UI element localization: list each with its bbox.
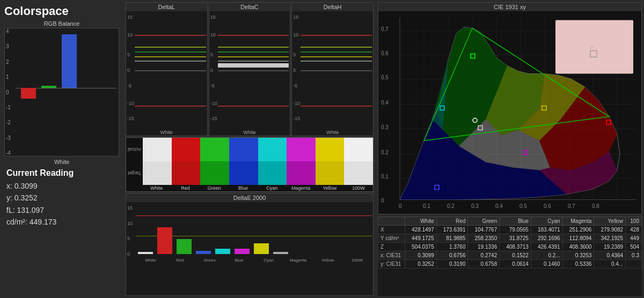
col-header-green: Green <box>468 217 500 226</box>
swatch-label-white: White <box>142 185 171 191</box>
svg-text:○: ○ <box>590 44 593 50</box>
bar-red <box>157 227 172 254</box>
col-header-100: 100 <box>626 217 642 226</box>
svg-text:0.3: 0.3 <box>381 124 389 130</box>
delta-L-chart: DeltaL 15 10 5 0 -5 -10 -15 <box>126 2 208 136</box>
swatch-label-cyan: Cyan <box>258 185 287 191</box>
swatch-label-blue: Blue <box>229 185 258 191</box>
rgb-bars-area <box>16 31 116 145</box>
swatch-actual-red <box>172 138 201 161</box>
bar-cyan <box>215 249 230 254</box>
svg-text:0: 0 <box>381 198 384 204</box>
swatch-target-magenta <box>287 161 316 185</box>
fL-value: fL: 131.097 <box>6 204 117 216</box>
delta-C-chart: DeltaC 15 10 5 0 -5 -10 -15 <box>209 2 291 136</box>
swatch-target-blue <box>229 161 258 185</box>
swatch-target-red <box>172 161 201 185</box>
swatch-label-red: Red <box>171 185 200 191</box>
deltae-x-labels: White Red Green Blue Cyan Magenta Yellow… <box>136 258 372 263</box>
swatch-target-100w <box>344 161 373 185</box>
swatch-target-white <box>143 161 172 185</box>
svg-text:0.5: 0.5 <box>381 74 389 80</box>
deltaH-title: DeltaH <box>292 3 373 11</box>
col-header-cyan: Cyan <box>531 217 562 226</box>
deltae-chart: DeltaE 2000 15 10 5 0 <box>126 193 374 296</box>
swatch-label-magenta: Magenta <box>287 185 316 191</box>
swatch-target-yellow <box>316 161 345 185</box>
colorspace-title: Colorspace <box>4 4 119 18</box>
rgb-chart-area: 4 3 2 1 0 -1 -2 -3 -4 <box>4 28 119 157</box>
col-header-magenta: Magenta <box>562 217 594 226</box>
delta-charts-row: DeltaL 15 10 5 0 -5 -10 -15 <box>126 2 374 136</box>
swatch-actual-white <box>143 138 172 161</box>
deltae-limit-line <box>136 215 372 216</box>
blue-bar <box>62 34 77 88</box>
col-header-yellow: Yellow <box>594 217 626 226</box>
svg-text:0.4: 0.4 <box>495 203 503 209</box>
swatch-label-yellow: Yellow <box>316 185 345 191</box>
target-label: Target <box>126 169 143 177</box>
bar-magenta <box>235 249 250 254</box>
cie-svg: 0 0.1 0.2 0.3 0.4 0.5 0.6 0.7 0 0.1 0.2 … <box>378 11 641 214</box>
svg-text:0.4: 0.4 <box>381 100 389 106</box>
x-value: x: 0.3099 <box>6 180 117 192</box>
swatch-actual-blue <box>229 138 258 161</box>
rgb-balance-label: RGB Balance <box>4 20 119 27</box>
middle-panel: DeltaL 15 10 5 0 -5 -10 -15 <box>123 0 376 298</box>
svg-text:0.8: 0.8 <box>592 203 599 209</box>
red-bar <box>21 88 36 99</box>
table-row: y: CIE31 0.3252 0.3190 0.6758 0.0614 0.1… <box>378 260 642 269</box>
swatch-grid: Actual Target <box>126 137 374 192</box>
delta-H-chart: DeltaH 15 10 5 0 -5 -10 -15 <box>291 2 374 136</box>
cie-panel: CIE 1931 xy 0 0.1 0.2 0.3 0.4 <box>378 2 642 214</box>
svg-text:0.1: 0.1 <box>381 174 389 180</box>
deltaC-inner: 15 10 5 0 -5 -10 -15 <box>209 11 290 129</box>
deltaH-inner: 15 10 5 0 -5 -10 -15 <box>292 11 373 129</box>
svg-text:0.3: 0.3 <box>471 203 479 209</box>
deltaC-title: DeltaC <box>209 3 290 11</box>
table-row: Z 504.0375 1.3760 19.1336 408.3713 426.4… <box>378 243 642 251</box>
bar-blue <box>196 251 211 254</box>
table-body: X 428.1497 173.6391 104.7767 79.0565 183… <box>378 226 642 269</box>
col-header-white: White <box>405 217 437 226</box>
target-row: Target <box>126 161 373 185</box>
left-panel: Colorspace RGB Balance 4 3 2 1 0 -1 -2 -… <box>0 0 123 298</box>
svg-text:0.5: 0.5 <box>519 203 527 209</box>
y-value: y: 0.3252 <box>6 192 117 204</box>
deltaH-white-label: White <box>292 129 373 136</box>
svg-text:0: 0 <box>399 203 402 209</box>
svg-text:0.1: 0.1 <box>423 203 430 209</box>
table-header-row: White Red Green Blue Cyan Magenta Yellow… <box>378 217 642 226</box>
table-row: Y cd/m² 449.1725 81.9885 258.2350 31.872… <box>378 234 642 243</box>
swatch-target-green <box>200 161 229 185</box>
swatch-actual-green <box>200 138 229 161</box>
actual-row: Actual <box>126 138 373 161</box>
current-reading-title: Current Reading <box>6 168 117 178</box>
bar-green <box>177 239 192 254</box>
deltaL-title: DeltaL <box>126 3 207 11</box>
svg-text:0.6: 0.6 <box>381 50 389 56</box>
swatch-actual-magenta <box>287 138 316 161</box>
white-bar <box>218 63 289 68</box>
deltaL-inner: 15 10 5 0 -5 -10 -15 <box>126 11 207 129</box>
svg-text:0.7: 0.7 <box>568 203 575 209</box>
main-container: Colorspace RGB Balance 4 3 2 1 0 -1 -2 -… <box>0 0 644 298</box>
data-table: White Red Green Blue Cyan Magenta Yellow… <box>378 217 642 269</box>
col-header-label <box>378 217 405 226</box>
green-bar <box>41 86 56 88</box>
svg-text:0.2: 0.2 <box>447 203 455 209</box>
swatch-actual-100w <box>344 138 373 161</box>
current-reading-section: Current Reading x: 0.3099 y: 0.3252 fL: … <box>4 167 119 229</box>
svg-rect-46 <box>555 20 633 74</box>
rgb-y-labels: 4 3 2 1 0 -1 -2 -3 -4 <box>6 28 16 156</box>
table-row: x: CIE31 0.3099 0.6756 0.2742 0.1522 0.2… <box>378 251 642 260</box>
svg-text:0.6: 0.6 <box>544 203 551 209</box>
cdm2-value: cd/m²: 449.173 <box>6 216 117 228</box>
white-label: White <box>4 159 119 165</box>
bar-100w <box>273 252 288 254</box>
bar-white <box>138 252 153 254</box>
deltaL-white-label: White <box>126 129 207 136</box>
swatch-label-100w: 100W <box>344 185 373 191</box>
col-header-red: Red <box>436 217 468 226</box>
col-header-blue: Blue <box>500 217 531 226</box>
